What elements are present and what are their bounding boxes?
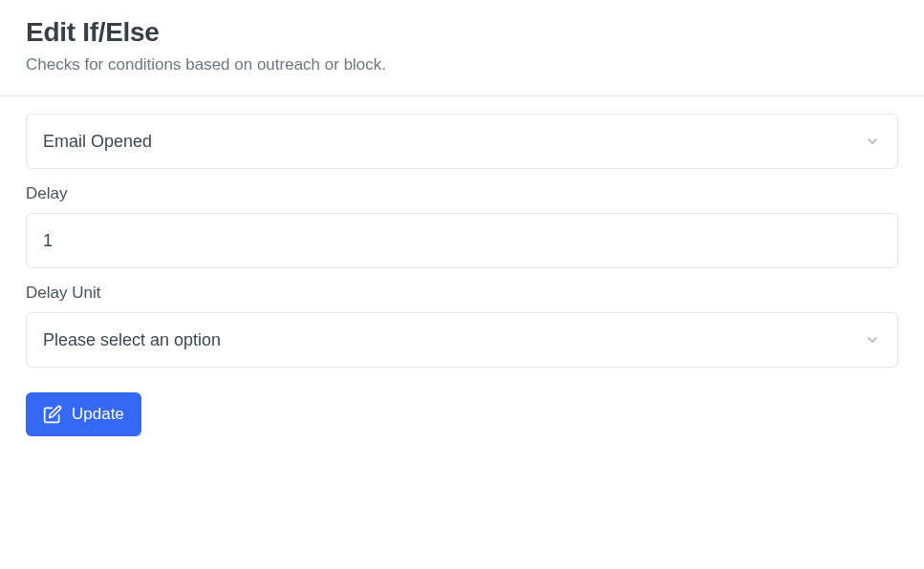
chevron-down-icon (865, 134, 880, 149)
delay-unit-label: Delay Unit (26, 284, 898, 303)
delay-input[interactable] (26, 213, 898, 268)
page-subtitle: Checks for conditions based on outreach … (26, 55, 898, 74)
divider (0, 95, 924, 96)
update-button-label: Update (72, 405, 124, 424)
edit-icon (43, 405, 62, 424)
delay-unit-select[interactable]: Please select an option (26, 312, 898, 368)
chevron-down-icon (865, 332, 880, 348)
condition-select-value: Email Opened (43, 132, 152, 152)
delay-label: Delay (26, 184, 898, 203)
delay-unit-select-placeholder: Please select an option (43, 330, 221, 350)
update-button[interactable]: Update (26, 392, 141, 436)
page-title: Edit If/Else (26, 17, 898, 48)
condition-select[interactable]: Email Opened (26, 114, 898, 169)
